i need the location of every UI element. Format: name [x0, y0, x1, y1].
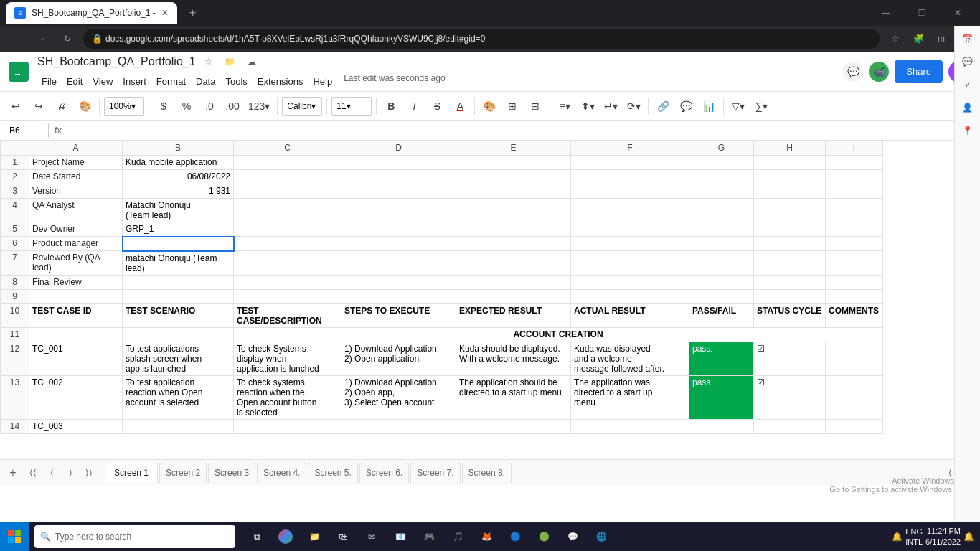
cell-2-f[interactable] — [571, 170, 689, 184]
tasks-icon[interactable]: ✓ — [958, 75, 978, 95]
cell-12-g[interactable]: pass. — [689, 342, 754, 375]
cell-4-f[interactable] — [571, 199, 689, 222]
url-bar[interactable]: 🔒 docs.google.com/spreadsheets/d/1hA5T-o… — [83, 29, 880, 49]
borders-button[interactable]: ⊞ — [502, 96, 522, 116]
cell-9-i[interactable] — [826, 289, 883, 303]
cell-5-a[interactable]: Dev Owner — [29, 222, 123, 237]
sheet-grid[interactable]: A B C D E F G H I 1Project NameKuda mobi… — [0, 141, 954, 459]
taskview-icon[interactable]: ⧉ — [244, 522, 270, 551]
cell-11-b[interactable] — [123, 327, 234, 342]
col-header-b[interactable]: B — [123, 141, 234, 156]
active-tab[interactable]: S SH_Bootcamp_QA_Portfolio_1 - ✕ — [6, 2, 177, 24]
cell-7-a[interactable]: Reviewed By (QA lead) — [29, 251, 123, 276]
row-number[interactable]: 7 — [1, 251, 29, 276]
menu-help[interactable]: Help — [308, 73, 336, 90]
valign-button[interactable]: ⬍▾ — [578, 96, 598, 116]
cell-9-a[interactable] — [29, 289, 123, 303]
cell-7-h[interactable] — [754, 251, 826, 276]
align-button[interactable]: ≡▾ — [555, 96, 575, 116]
meet-icon[interactable]: 📹 — [869, 62, 889, 82]
cell-14-a[interactable]: TC_003 — [29, 419, 123, 433]
cell-3-b[interactable]: 1.931 — [123, 184, 234, 199]
cell-6-d[interactable] — [341, 237, 456, 251]
row-number[interactable]: 2 — [1, 170, 29, 184]
app8-icon[interactable]: 🦊 — [473, 522, 499, 551]
app12-icon[interactable]: 🌐 — [588, 522, 614, 551]
cell-13-f[interactable]: The application was directed to a start … — [571, 375, 689, 419]
row-number[interactable]: 10 — [1, 303, 29, 327]
menu-tools[interactable]: Tools — [221, 73, 251, 90]
store-icon[interactable]: 🛍 — [330, 522, 356, 551]
cell-1-g[interactable] — [689, 156, 754, 170]
cell-2-c[interactable] — [234, 170, 341, 184]
profile-icon[interactable]: m — [931, 29, 951, 49]
cell-8-f[interactable] — [571, 275, 689, 289]
cell-14-i[interactable] — [826, 419, 883, 433]
cell-14-g[interactable] — [689, 419, 754, 433]
back-button[interactable]: ← — [6, 29, 26, 49]
redo-button[interactable]: ↪ — [29, 96, 49, 116]
cell-9-g[interactable] — [689, 289, 754, 303]
cell-5-b[interactable]: GRP_1 — [123, 222, 234, 237]
link-button[interactable]: 🔗 — [653, 96, 673, 116]
row-number[interactable]: 5 — [1, 222, 29, 237]
cell-8-e[interactable] — [456, 275, 571, 289]
cell-5-c[interactable] — [234, 222, 341, 237]
cell-2-d[interactable] — [341, 170, 456, 184]
menu-edit[interactable]: Edit — [62, 73, 87, 90]
cell-8-b[interactable] — [123, 275, 234, 289]
cell-8-g[interactable] — [689, 275, 754, 289]
cell-9-c[interactable] — [234, 289, 341, 303]
cell-3-e[interactable] — [456, 184, 571, 199]
cell-9-d[interactable] — [341, 289, 456, 303]
cell-6-f[interactable] — [571, 237, 689, 251]
text-rotate-button[interactable]: ⟳▾ — [623, 96, 644, 116]
col-header-d[interactable]: D — [341, 141, 456, 156]
font-size-selector[interactable]: 11 ▾ — [331, 97, 372, 116]
cell-2-g[interactable] — [689, 170, 754, 184]
cell-11-c[interactable]: ACCOUNT CREATION — [234, 327, 883, 342]
cell-14-b[interactable] — [123, 419, 234, 433]
cell-13-e[interactable]: The application should be directed to a … — [456, 375, 571, 419]
fill-color-button[interactable]: 🎨 — [479, 96, 499, 116]
cell-4-c[interactable] — [234, 199, 341, 222]
col-header-c[interactable]: C — [234, 141, 341, 156]
contacts-icon[interactable]: 👤 — [958, 98, 978, 118]
cell-1-i[interactable] — [826, 156, 883, 170]
minimize-button[interactable]: — — [870, 0, 903, 26]
formula-input[interactable] — [67, 123, 974, 138]
cell-9-h[interactable] — [754, 289, 826, 303]
comments-icon[interactable]: 💬 — [843, 62, 863, 82]
filter-button[interactable]: ▽▾ — [728, 96, 748, 116]
cell-2-b[interactable]: 06/08/2022 — [123, 170, 234, 184]
star-icon[interactable]: ☆ — [200, 53, 217, 70]
cell-6-a[interactable]: Product manager — [29, 237, 123, 251]
cell-4-i[interactable] — [826, 199, 883, 222]
row-number[interactable]: 8 — [1, 275, 29, 289]
cell-2-a[interactable]: Date Started — [29, 170, 123, 184]
cell-6-h[interactable] — [754, 237, 826, 251]
cell-14-e[interactable] — [456, 419, 571, 433]
cell-10-h[interactable]: STATUS CYCLE — [754, 303, 826, 327]
chart-button[interactable]: 📊 — [699, 96, 719, 116]
sheet-nav-prev[interactable]: ⟨ — [43, 464, 60, 481]
col-header-g[interactable]: G — [689, 141, 754, 156]
col-header-a[interactable]: A — [29, 141, 123, 156]
cell-1-c[interactable] — [234, 156, 341, 170]
cell-8-i[interactable] — [826, 275, 883, 289]
cell-12-c[interactable]: To check Systems display when applicatio… — [234, 342, 341, 375]
italic-button[interactable]: I — [404, 96, 424, 116]
cell-4-d[interactable] — [341, 199, 456, 222]
cell-2-e[interactable] — [456, 170, 571, 184]
cell-3-f[interactable] — [571, 184, 689, 199]
sheet-tab-3[interactable]: Screen 3 — [208, 463, 255, 483]
cell-3-h[interactable] — [754, 184, 826, 199]
cell-4-g[interactable] — [689, 199, 754, 222]
sheet-tab-4[interactable]: Screen 4. — [257, 463, 306, 483]
cell-14-d[interactable] — [341, 419, 456, 433]
bookmark-icon[interactable]: ☆ — [885, 29, 905, 49]
sheet-tab-6[interactable]: Screen 6. — [359, 463, 409, 483]
cell-10-c[interactable]: TEST CASE/DESCRIPTION — [234, 303, 341, 327]
cell-8-a[interactable]: Final Review — [29, 275, 123, 289]
sheet-nav-first[interactable]: ⟨⟨ — [24, 464, 42, 481]
